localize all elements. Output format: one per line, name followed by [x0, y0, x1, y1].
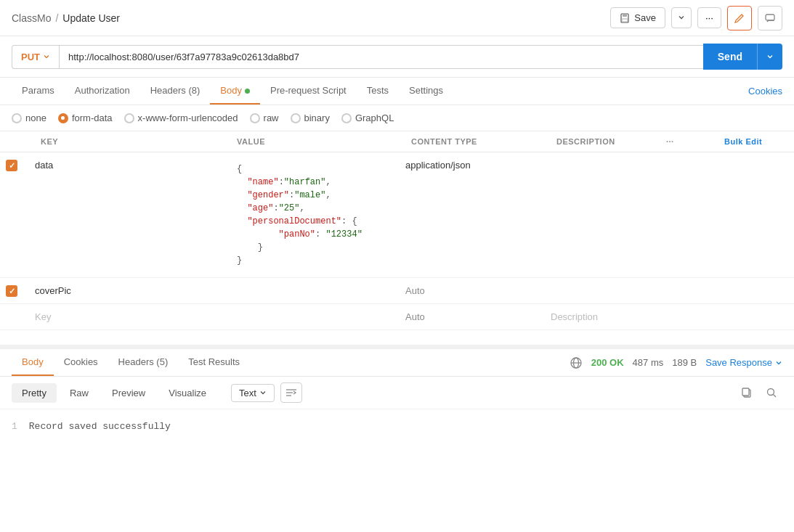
response-status: 200 OK 487 ms 189 B Save Response — [570, 356, 782, 369]
format-visualize[interactable]: Visualize — [158, 383, 216, 403]
breadcrumb: ClassMo / Update User — [12, 12, 120, 24]
option-binary[interactable]: binary — [291, 112, 330, 123]
method-chevron-icon — [43, 53, 50, 60]
col-bulk-edit[interactable]: Bulk Edit — [724, 137, 782, 146]
tab-authorization[interactable]: Authorization — [65, 78, 140, 105]
method-dropdown[interactable]: PUT — [12, 45, 59, 69]
resp-tab-cookies[interactable]: Cookies — [54, 349, 108, 376]
row2-content-type: Auto — [400, 278, 545, 302]
col-content-type: CONTENT TYPE — [411, 137, 556, 146]
option-raw[interactable]: raw — [250, 112, 279, 123]
format-raw[interactable]: Raw — [60, 383, 99, 403]
row2-description — [545, 278, 678, 290]
edit-icon-button[interactable] — [727, 6, 752, 30]
row3-check — [0, 304, 29, 317]
row3-key-placeholder[interactable]: Key — [29, 304, 225, 328]
row1-value-code[interactable]: { "name":"harfan", "gender":"male", "age… — [231, 158, 394, 271]
svg-line-13 — [774, 395, 777, 398]
radio-none[interactable] — [12, 113, 22, 123]
row1-bulk — [736, 152, 794, 164]
row1-more — [678, 152, 736, 164]
radio-binary[interactable] — [291, 113, 301, 123]
table-row: data { "name":"harfan", "gender":"male",… — [0, 152, 794, 278]
globe-icon — [570, 356, 583, 369]
response-line-1: 1 Record saved successfully — [12, 421, 782, 432]
save-icon — [620, 13, 630, 23]
svg-rect-1 — [623, 14, 627, 17]
col-more: ··· — [666, 137, 724, 146]
svg-rect-3 — [766, 15, 774, 20]
radio-urlencoded[interactable] — [124, 113, 134, 123]
row1-key[interactable]: data — [29, 152, 225, 176]
format-pretty[interactable]: Pretty — [12, 383, 57, 403]
svg-rect-11 — [742, 388, 749, 396]
comment-icon-button[interactable] — [758, 6, 782, 30]
row3-value[interactable] — [225, 304, 400, 316]
resp-tab-body[interactable]: Body — [12, 349, 54, 376]
copy-icon — [741, 387, 753, 398]
response-body: 1 Record saved successfully — [0, 409, 794, 443]
method-label: PUT — [21, 52, 40, 62]
more-options-button[interactable]: ··· — [697, 7, 721, 28]
tab-prerequest[interactable]: Pre-request Script — [260, 78, 357, 105]
breadcrumb-separator: / — [55, 12, 58, 24]
row2-value[interactable] — [225, 278, 400, 290]
search-button[interactable] — [761, 382, 782, 403]
response-status-code: 200 OK — [591, 357, 624, 368]
option-none[interactable]: none — [12, 112, 46, 123]
url-bar: PUT Send — [0, 36, 794, 78]
row3-content-type: Auto — [400, 304, 545, 328]
row2-key[interactable]: coverPic — [29, 278, 225, 302]
send-chevron-icon — [766, 53, 774, 60]
page-title: Update User — [62, 12, 120, 24]
tab-cookies[interactable]: Cookies — [748, 78, 782, 104]
url-input[interactable] — [59, 45, 703, 69]
col-description: DESCRIPTION — [556, 137, 666, 146]
radio-graphql[interactable] — [341, 113, 352, 123]
radio-form-data[interactable] — [58, 113, 68, 123]
save-response-button[interactable]: Save Response — [705, 357, 782, 368]
resp-tab-headers[interactable]: Headers (5) — [108, 349, 179, 376]
checkbox-1[interactable] — [6, 160, 17, 171]
col-key: KEY — [41, 137, 237, 146]
svg-rect-2 — [622, 19, 628, 22]
save-dropdown-button[interactable] — [671, 7, 692, 28]
search-icon — [766, 387, 777, 398]
send-button[interactable]: Send — [703, 44, 757, 70]
response-size: 189 B — [672, 357, 697, 368]
tab-headers[interactable]: Headers (8) — [140, 78, 211, 105]
wrap-text-button[interactable] — [280, 382, 302, 403]
row1-description — [545, 152, 678, 164]
save-button[interactable]: Save — [610, 7, 665, 28]
comment-icon — [764, 12, 776, 24]
text-format-select[interactable]: Text — [231, 384, 275, 402]
radio-raw[interactable] — [250, 113, 260, 123]
option-graphql[interactable]: GraphQL — [341, 112, 394, 123]
tab-tests[interactable]: Tests — [357, 78, 399, 105]
checkbox-2[interactable] — [6, 285, 17, 297]
row3-more — [678, 304, 736, 316]
col-value: VALUE — [237, 137, 411, 146]
response-content: Record saved successfully — [29, 421, 171, 432]
format-preview[interactable]: Preview — [102, 383, 155, 403]
col-check — [12, 137, 41, 146]
response-format-toolbar: Pretty Raw Preview Visualize Text — [0, 377, 794, 409]
body-table: KEY VALUE CONTENT TYPE DESCRIPTION ··· B… — [0, 131, 794, 330]
response-tabs: Body Cookies Headers (5) Test Results 20… — [0, 349, 794, 377]
option-form-data[interactable]: form-data — [58, 112, 113, 123]
send-dropdown-button[interactable] — [757, 44, 782, 70]
option-urlencoded[interactable]: x-www-form-urlencoded — [124, 112, 238, 123]
table-row: Key Auto Description — [0, 304, 794, 330]
chevron-down-icon — [678, 14, 685, 21]
row1-check[interactable] — [0, 152, 29, 177]
row3-description-placeholder[interactable]: Description — [545, 304, 678, 328]
tab-body[interactable]: Body — [210, 78, 260, 105]
resp-tab-test-results[interactable]: Test Results — [178, 349, 250, 376]
body-dot — [245, 89, 250, 94]
tab-params[interactable]: Params — [12, 78, 65, 105]
row1-value: { "name":"harfan", "gender":"male", "age… — [225, 152, 400, 277]
copy-button[interactable] — [736, 382, 758, 403]
row2-check[interactable] — [0, 278, 29, 303]
tab-settings[interactable]: Settings — [399, 78, 453, 105]
edit-icon — [734, 12, 745, 24]
